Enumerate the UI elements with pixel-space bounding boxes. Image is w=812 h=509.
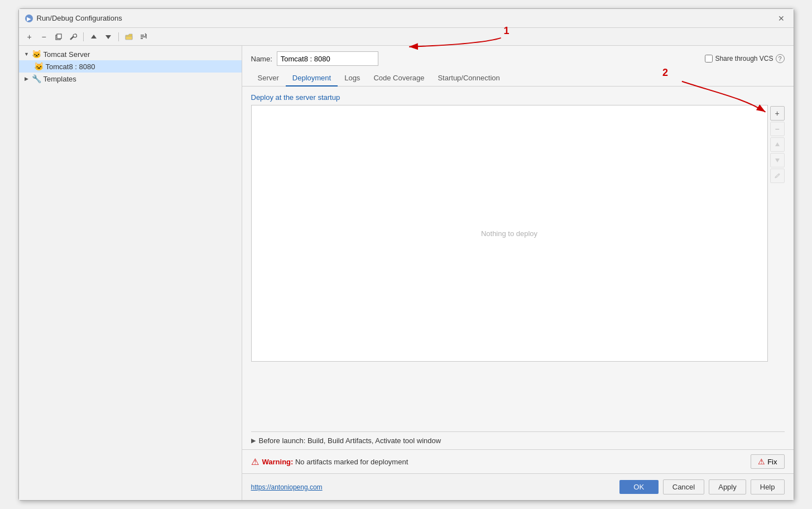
fix-label: Fix — [767, 458, 777, 466]
svg-text:▶: ▶ — [27, 16, 31, 22]
main-content: ▼ 🐱 Tomcat Server 🐱 Tomcat8 : 8080 ▶ 🔧 T… — [19, 46, 794, 500]
tab-code-coverage[interactable]: Code Coverage — [367, 70, 431, 87]
tab-startup-connection[interactable]: Startup/Connection — [431, 70, 506, 87]
deploy-at-startup-label: Deploy at the server startup — [251, 93, 785, 102]
expand-templates-icon[interactable]: ▶ — [23, 75, 30, 82]
name-input-wrapper — [277, 51, 696, 66]
bottom-bar: https://antoniopeng.com OK Cancel Apply … — [242, 473, 794, 500]
fix-button[interactable]: ⚠ Fix — [751, 454, 784, 469]
before-launch-row: ▶ Before launch: Build, Build Artifacts,… — [251, 431, 785, 449]
title-bar: ▶ Run/Debug Configurations ✕ — [19, 9, 794, 28]
tree-tomcat-server-group[interactable]: ▼ 🐱 Tomcat Server — [19, 48, 242, 60]
before-launch-expand[interactable]: ▶ — [251, 437, 256, 444]
tomcat-server-icon: 🐱 — [32, 50, 41, 59]
help-button[interactable]: Help — [751, 479, 785, 494]
tab-logs[interactable]: Logs — [338, 70, 367, 87]
move-up-deploy-button[interactable] — [770, 137, 785, 152]
sort-button[interactable] — [137, 31, 150, 43]
svg-marker-5 — [105, 35, 111, 39]
folder-icon — [125, 33, 133, 40]
tomcat-server-label: Tomcat Server — [44, 50, 237, 59]
add-deploy-button[interactable]: + — [770, 106, 785, 121]
down-arrow-icon — [775, 157, 780, 163]
right-panel: Name: Share through VCS ? Server Deploym… — [242, 46, 794, 500]
move-down-deploy-button[interactable] — [770, 153, 785, 167]
name-label: Name: — [251, 55, 272, 63]
copy-icon — [55, 33, 63, 41]
separator1 — [83, 32, 84, 41]
before-launch-label: Before launch: Build, Build Artifacts, A… — [259, 436, 441, 445]
separator2 — [118, 32, 119, 41]
sort-icon — [140, 33, 147, 41]
svg-rect-3 — [57, 34, 61, 39]
help-icon[interactable]: ? — [776, 54, 785, 63]
name-input[interactable] — [277, 51, 378, 66]
folder-button[interactable] — [123, 31, 135, 43]
warning-prefix: Warning: — [262, 458, 294, 466]
tomcat-instance-label: Tomcat8 : 8080 — [46, 63, 237, 71]
tab-deployment[interactable]: Deployment — [286, 70, 338, 87]
arrow-up-icon — [90, 33, 97, 40]
move-down-button[interactable] — [102, 31, 114, 43]
window-title: Run/Debug Configurations — [37, 14, 122, 22]
copy-config-button[interactable] — [52, 31, 65, 43]
vcs-checkbox[interactable] — [705, 55, 713, 63]
ok-button[interactable]: OK — [619, 480, 659, 494]
tomcat-instance-icon: 🐱 — [35, 62, 44, 71]
fix-icon: ⚠ — [758, 457, 765, 466]
warning-text: Warning: No artifacts marked for deploym… — [262, 458, 409, 466]
templates-icon: 🔧 — [32, 74, 41, 83]
settings-button[interactable] — [67, 31, 79, 43]
name-row: Name: Share through VCS ? — [242, 46, 794, 70]
svg-marker-10 — [775, 142, 780, 146]
tab-server[interactable]: Server — [251, 70, 286, 87]
expand-tomcat-icon[interactable]: ▼ — [23, 51, 30, 57]
deploy-area: Nothing to deploy — [251, 105, 768, 362]
sidebar: ▼ 🐱 Tomcat Server 🐱 Tomcat8 : 8080 ▶ 🔧 T… — [19, 46, 242, 500]
templates-label: Templates — [44, 75, 237, 83]
up-arrow-icon — [775, 142, 780, 147]
edit-deploy-button[interactable] — [770, 169, 785, 183]
warning-icon: ⚠ — [251, 457, 259, 467]
tabs-bar: Server Deployment Logs Code Coverage Sta… — [242, 70, 794, 87]
cancel-button[interactable]: Cancel — [663, 479, 704, 494]
warning-message: No artifacts marked for deployment — [295, 458, 408, 466]
tree-tomcat-instance[interactable]: 🐱 Tomcat8 : 8080 — [19, 60, 242, 73]
title-bar-left: ▶ Run/Debug Configurations — [25, 14, 122, 23]
toolbar: + − — [19, 28, 794, 46]
pencil-icon — [774, 172, 781, 179]
app-icon: ▶ — [25, 14, 33, 23]
warning-bar: ⚠ Warning: No artifacts marked for deplo… — [242, 449, 794, 473]
close-button[interactable]: ✕ — [775, 12, 788, 25]
nothing-to-deploy-text: Nothing to deploy — [481, 229, 537, 238]
wrench-icon — [69, 33, 77, 41]
deployment-panel: Deploy at the server startup Nothing to … — [242, 87, 794, 449]
deploy-side-buttons: + − — [770, 105, 785, 424]
arrow-down-icon — [105, 33, 112, 40]
vcs-label: Share through VCS — [715, 55, 773, 63]
remove-config-button[interactable]: − — [38, 31, 50, 43]
deploy-area-wrapper: Nothing to deploy + − — [251, 105, 785, 424]
move-up-button[interactable] — [88, 31, 100, 43]
tree-templates[interactable]: ▶ 🔧 Templates — [19, 73, 242, 85]
url-link[interactable]: https://antoniopeng.com — [251, 483, 323, 491]
add-config-button[interactable]: + — [23, 31, 36, 43]
remove-deploy-button[interactable]: − — [770, 122, 785, 136]
run-debug-configurations-dialog: ▶ Run/Debug Configurations ✕ + − — [18, 8, 794, 501]
vcs-row: Share through VCS ? — [705, 54, 784, 63]
svg-marker-11 — [775, 159, 780, 162]
apply-button[interactable]: Apply — [709, 479, 746, 494]
svg-marker-4 — [91, 35, 97, 39]
warning-left: ⚠ Warning: No artifacts marked for deplo… — [251, 457, 409, 467]
